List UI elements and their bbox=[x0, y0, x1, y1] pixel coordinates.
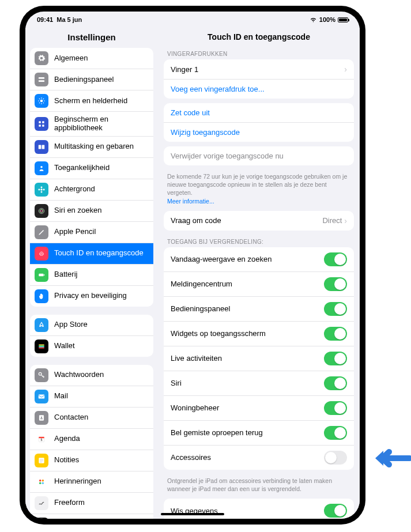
key-icon bbox=[35, 368, 48, 382]
add-fingerprint-label: Voeg een vingerafdruk toe... bbox=[171, 85, 265, 93]
sidebar-item-voice[interactable]: Dictafoon bbox=[30, 514, 153, 519]
locked-access-row[interactable]: Live activiteiten bbox=[164, 346, 354, 371]
sidebar-item-freeform[interactable]: Freeform bbox=[30, 493, 153, 514]
locked-access-label: Meldingencentrum bbox=[171, 280, 232, 288]
erase-data-toggle[interactable] bbox=[324, 504, 347, 518]
wallet-icon bbox=[35, 339, 48, 353]
sidebar-item-switches[interactable]: Bedieningspaneel bbox=[30, 69, 153, 90]
locked-access-toggle[interactable] bbox=[324, 302, 347, 316]
rects-icon bbox=[35, 140, 48, 154]
locked-access-toggle[interactable] bbox=[324, 277, 347, 291]
sidebar-item-label: Wachtwoorden bbox=[54, 371, 148, 379]
locked-access-row[interactable]: Meldingencentrum bbox=[164, 272, 354, 297]
screen: 09:41 Ma 5 jun 100% Instellingen Algemee… bbox=[25, 12, 360, 519]
remove-prev-row[interactable]: Verwijder vorige toegangscode nu bbox=[164, 146, 354, 165]
svg-rect-31 bbox=[39, 348, 44, 349]
reminders-icon bbox=[35, 475, 48, 489]
sidebar-item-label: Agenda bbox=[54, 435, 148, 443]
sidebar-item-label: Notities bbox=[54, 456, 148, 465]
sidebar-item-pencil[interactable]: Apple Pencil bbox=[30, 222, 153, 243]
require-passcode-row[interactable]: Vraag om code Direct › bbox=[164, 211, 354, 231]
notes-icon bbox=[35, 454, 48, 467]
locked-access-toggle[interactable] bbox=[324, 252, 347, 266]
locked-access-toggle[interactable] bbox=[324, 352, 347, 365]
section-header-fingerprints: VINGERAFDRUKKEN bbox=[158, 47, 360, 59]
locked-access-toggle[interactable] bbox=[324, 426, 347, 440]
sidebar-item-touchid[interactable]: Touch ID en toegangscode bbox=[30, 243, 153, 265]
locked-access-row[interactable]: Siri bbox=[164, 371, 354, 396]
locked-access-row[interactable]: Bel gemiste oproepen terug bbox=[164, 421, 354, 446]
svg-rect-30 bbox=[39, 346, 44, 348]
sidebar-item-flower[interactable]: Achtergrond bbox=[30, 179, 153, 201]
sidebar-item-battery[interactable]: Batterij bbox=[30, 265, 153, 286]
locked-access-row[interactable]: Bedieningspaneel bbox=[164, 297, 354, 322]
locked-footer: Ontgrendel je iPad om accessoires verbin… bbox=[158, 474, 360, 499]
add-fingerprint-row[interactable]: Voeg een vingerafdruk toe... bbox=[164, 80, 354, 99]
freeform-icon bbox=[35, 496, 48, 510]
change-passcode-row[interactable]: Wijzig toegangscode bbox=[164, 123, 354, 142]
sidebar-item-gear[interactable]: Algemeen bbox=[30, 48, 153, 69]
calendar-icon: 5 bbox=[35, 432, 48, 446]
locked-access-label: Woningbeheer bbox=[171, 403, 219, 412]
erase-data-row[interactable]: Wis gegevens bbox=[164, 499, 354, 519]
mail-icon bbox=[35, 390, 48, 403]
sidebar-item-hand[interactable]: Privacy en beveiliging bbox=[30, 286, 153, 307]
remove-prev-footer: De komende 72 uur kun je je vorige toega… bbox=[158, 170, 360, 211]
sidebar-item-contacts[interactable]: Contacten bbox=[30, 408, 153, 429]
sidebar-item-appstore[interactable]: App Store bbox=[30, 315, 153, 336]
sidebar-item-rects[interactable]: Multitasking en gebaren bbox=[30, 137, 153, 158]
more-info-link[interactable]: Meer informatie... bbox=[167, 198, 214, 205]
sidebar-item-label: Scherm en helderheid bbox=[54, 97, 148, 105]
home-indicator[interactable] bbox=[161, 513, 224, 515]
locked-access-row[interactable]: Woningbeheer bbox=[164, 396, 354, 421]
svg-point-35 bbox=[41, 417, 42, 418]
sidebar-item-siri[interactable]: Siri en zoeken bbox=[30, 201, 153, 222]
pencil-icon bbox=[35, 225, 48, 239]
passcode-group: Zet code uit Wijzig toegangscode bbox=[164, 103, 354, 142]
sidebar-item-label: Multitasking en gebaren bbox=[54, 142, 148, 151]
sidebar-item-label: Siri en zoeken bbox=[54, 206, 148, 215]
sidebar-item-mail[interactable]: Mail bbox=[30, 386, 153, 408]
svg-rect-39 bbox=[39, 458, 44, 463]
sidebar-item-grid[interactable]: Beginscherm en appbibliotheek bbox=[30, 112, 153, 137]
wifi-icon bbox=[310, 16, 317, 24]
sidebar-item-calendar[interactable]: 5Agenda bbox=[30, 429, 153, 450]
sidebar-item-sun[interactable]: Scherm en helderheid bbox=[30, 90, 153, 112]
sidebar-item-label: App Store bbox=[54, 320, 148, 329]
sidebar-item-key[interactable]: Wachtwoorden bbox=[30, 365, 153, 386]
svg-rect-33 bbox=[39, 394, 45, 398]
settings-sidebar[interactable]: Instellingen AlgemeenBedieningspaneelSch… bbox=[25, 28, 158, 519]
locked-access-toggle[interactable] bbox=[324, 451, 347, 465]
switches-icon bbox=[35, 73, 48, 86]
siri-icon bbox=[35, 204, 48, 218]
sidebar-item-label: Apple Pencil bbox=[54, 228, 148, 236]
turn-off-passcode-row[interactable]: Zet code uit bbox=[164, 103, 354, 123]
locked-access-toggle[interactable] bbox=[324, 376, 347, 390]
fingerprint-label: Vinger 1 bbox=[171, 65, 198, 74]
chevron-right-icon: › bbox=[344, 216, 347, 225]
svg-point-20 bbox=[41, 191, 43, 193]
sidebar-item-label: Freeform bbox=[54, 499, 148, 507]
sidebar-item-notes[interactable]: Notities bbox=[30, 450, 153, 471]
sidebar-item-label: Privacy en beveiliging bbox=[54, 292, 148, 300]
locked-access-row[interactable]: Vandaag-weergave en zoeken bbox=[164, 247, 354, 272]
fingerprint-row[interactable]: Vinger 1 › bbox=[164, 59, 354, 80]
hand-icon bbox=[35, 289, 48, 303]
svg-line-10 bbox=[39, 103, 40, 103]
main-pane[interactable]: Touch ID en toegangscode VINGERAFDRUKKEN… bbox=[158, 28, 360, 519]
locked-access-toggle[interactable] bbox=[324, 327, 347, 341]
sidebar-item-person[interactable]: Toegankelijkheid bbox=[30, 158, 153, 179]
locked-access-toggle[interactable] bbox=[324, 401, 347, 415]
sidebar-item-wallet[interactable]: Wallet bbox=[30, 336, 153, 357]
callout-arrow-icon bbox=[371, 444, 411, 473]
svg-rect-16 bbox=[42, 145, 45, 149]
locked-access-row[interactable]: Accessoires bbox=[164, 446, 354, 470]
sidebar-item-reminders[interactable]: Herinneringen bbox=[30, 471, 153, 493]
flower-icon bbox=[35, 183, 48, 197]
svg-rect-28 bbox=[39, 344, 44, 345]
status-right: 100% bbox=[310, 16, 348, 24]
remove-prev-group: Verwijder vorige toegangscode nu bbox=[164, 146, 354, 165]
sidebar-title: Instellingen bbox=[25, 28, 158, 48]
sidebar-item-label: Bedieningspaneel bbox=[54, 76, 148, 84]
locked-access-row[interactable]: Widgets op toegangsscherm bbox=[164, 322, 354, 346]
